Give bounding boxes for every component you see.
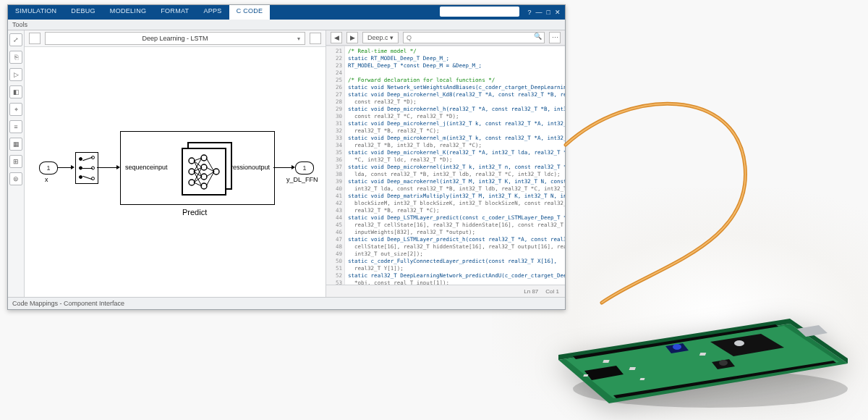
code-col: Col 1 (545, 288, 559, 295)
code-lines: /* Real-time model */ static RT_MODEL_De… (345, 46, 565, 285)
outport-label: y_DL_FFN (286, 176, 318, 183)
wire (57, 167, 72, 168)
svg-point-34 (719, 360, 728, 366)
code-search-placeholder: Q (407, 34, 412, 41)
maximize-icon[interactable]: □ (547, 9, 550, 16)
app-statusbar: Code Mappings - Component Interface (8, 297, 565, 309)
svg-rect-37 (629, 367, 636, 370)
sequenceinput-label: sequenceinput (125, 164, 168, 171)
svg-point-4 (201, 164, 207, 170)
svg-point-1 (189, 169, 195, 175)
predict-caption: Predict (182, 208, 207, 217)
board-illustration (544, 226, 855, 414)
vbtn-2[interactable]: ▷ (9, 68, 22, 81)
vertical-toolbar: ⤢ ⎘ ▷ ◧ ⌖ ≡ ▦ ⊞ ⊜ (8, 30, 25, 297)
tab-apps[interactable]: APPS (196, 5, 229, 20)
vbtn-5[interactable]: ≡ (9, 120, 22, 133)
code-settings-icon[interactable]: ⋯ (549, 32, 561, 43)
toolstrip: SIMULATION DEBUG MODELING FORMAT APPS C … (8, 5, 565, 20)
window-controls: ? — □ ✕ (524, 5, 565, 20)
inport-block[interactable]: 1 (39, 161, 58, 175)
canvas-extra-icon[interactable] (310, 33, 321, 44)
code-file-dropdown[interactable]: Deep.c ▾ (362, 32, 399, 43)
vbtn-8[interactable]: ⊜ (9, 172, 22, 185)
vbtn-3[interactable]: ◧ (9, 85, 22, 98)
tab-modeling[interactable]: MODELING (103, 5, 153, 20)
svg-point-5 (201, 174, 207, 180)
help-icon[interactable]: ? (528, 9, 532, 16)
code-statusbar: Ln 87 Col 1 (326, 285, 565, 297)
svg-rect-39 (583, 374, 588, 377)
predict-block[interactable]: sequenceinput regressionoutput (120, 131, 275, 205)
svg-point-7 (213, 169, 219, 175)
svg-point-6 (201, 183, 207, 189)
neural-net-icon (183, 149, 225, 194)
vbtn-7[interactable]: ⊞ (9, 155, 22, 168)
code-header: ◀ ▶ Deep.c ▾ Q ⋯ (326, 30, 565, 46)
wire (97, 167, 117, 168)
toolstrip-sublabel: Tools (8, 20, 565, 30)
code-ln: Ln 87 (524, 288, 538, 295)
tab-simulation[interactable]: SIMULATION (8, 5, 64, 20)
svg-point-0 (189, 158, 195, 164)
arrow-icon (71, 165, 75, 169)
svg-rect-36 (603, 360, 609, 363)
svg-point-32 (673, 344, 681, 350)
demux-block[interactable] (75, 152, 98, 184)
canvas-topbar: Deep Learning - LSTM (25, 30, 326, 47)
toolstrip-search[interactable] (440, 7, 519, 17)
svg-rect-38 (699, 353, 706, 356)
inport-label: x (45, 176, 48, 183)
simulink-window: SIMULATION DEBUG MODELING FORMAT APPS C … (7, 4, 566, 310)
vbtn-0[interactable]: ⤢ (9, 33, 22, 46)
svg-line-9 (194, 161, 202, 167)
nav-up-icon[interactable] (29, 33, 41, 44)
tab-debug[interactable]: DEBUG (64, 5, 103, 20)
svg-point-41 (734, 340, 744, 346)
vbtn-4[interactable]: ⌖ (9, 103, 22, 116)
code-fwd-icon[interactable]: ▶ (346, 32, 358, 43)
model-canvas[interactable]: 1 x (25, 47, 326, 297)
code-back-icon[interactable]: ◀ (331, 32, 342, 43)
hardware-board (544, 226, 855, 414)
minimize-icon[interactable]: — (536, 9, 542, 16)
svg-rect-40 (639, 378, 644, 380)
outport-block[interactable]: 1 (295, 161, 314, 175)
code-gutter: 21 22 23 24 25 26 27 28 29 30 31 32 33 3… (326, 46, 345, 285)
svg-point-2 (189, 180, 195, 185)
code-body[interactable]: 21 22 23 24 25 26 27 28 29 30 31 32 33 3… (326, 46, 565, 285)
tab-ccode[interactable]: C CODE (229, 5, 271, 20)
tab-format[interactable]: FORMAT (153, 5, 196, 20)
vbtn-1[interactable]: ⎘ (9, 51, 22, 64)
model-dropdown[interactable]: Deep Learning - LSTM (45, 32, 305, 45)
code-search-input[interactable]: Q (403, 32, 545, 43)
code-file-label: Deep.c (367, 34, 388, 41)
svg-point-3 (201, 155, 207, 161)
vbtn-6[interactable]: ▦ (9, 138, 22, 151)
model-canvas-area: Deep Learning - LSTM 1 x (25, 30, 326, 297)
code-panel: ◀ ▶ Deep.c ▾ Q ⋯ 21 22 23 24 25 26 27 28… (326, 30, 565, 297)
close-icon[interactable]: ✕ (555, 9, 561, 16)
wire (273, 167, 292, 168)
